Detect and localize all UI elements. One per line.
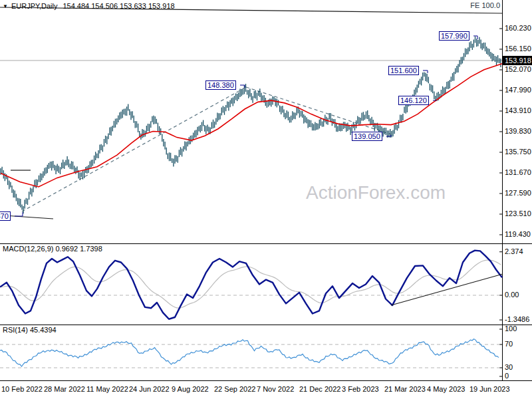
chart-window: { "ui": { "dropdown_icon": "▼", "title_s… xyxy=(0,0,532,399)
price-bars xyxy=(1,37,501,214)
rsi-line xyxy=(0,339,499,366)
chart-canvas xyxy=(0,0,532,399)
trendline[interactable] xyxy=(22,87,246,211)
macd-trendline[interactable] xyxy=(391,274,503,305)
callout-connector xyxy=(423,70,428,73)
macd-main-line xyxy=(0,251,502,319)
trendline[interactable] xyxy=(246,87,391,134)
callout-connector xyxy=(15,212,23,216)
trendline[interactable] xyxy=(0,7,502,13)
trendline[interactable] xyxy=(4,215,53,219)
